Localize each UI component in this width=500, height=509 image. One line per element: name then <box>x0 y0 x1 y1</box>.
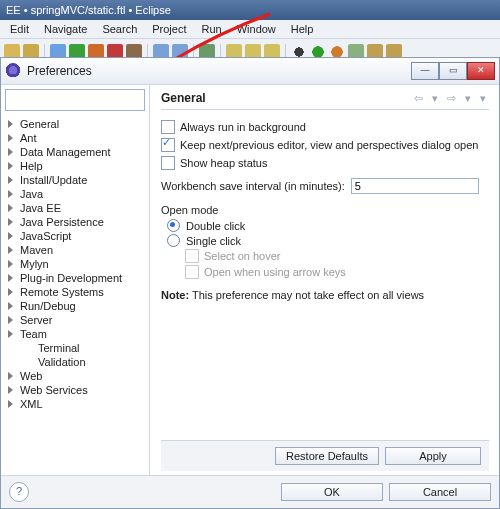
expand-icon[interactable] <box>25 358 34 367</box>
expand-icon[interactable] <box>7 274 16 283</box>
tree-item-label: Plug-in Development <box>20 272 122 284</box>
expand-icon[interactable] <box>7 218 16 227</box>
hover-label: Select on hover <box>204 250 280 262</box>
tree-item-run-debug[interactable]: Run/Debug <box>1 299 149 313</box>
apply-button[interactable]: Apply <box>385 447 481 465</box>
dialog-title: Preferences <box>27 64 92 78</box>
expand-icon[interactable] <box>7 288 16 297</box>
filter-input[interactable] <box>5 89 145 111</box>
expand-icon[interactable] <box>7 372 16 381</box>
menu-run[interactable]: Run <box>196 22 228 36</box>
menubar: EditNavigateSearchProjectRunWindowHelp <box>0 20 500 39</box>
tree-item-label: Team <box>20 328 47 340</box>
menu-help[interactable]: Help <box>285 22 320 36</box>
checkbox-icon[interactable] <box>161 138 175 152</box>
single-click-row[interactable]: Single click <box>167 234 489 247</box>
sidebar: GeneralAntData ManagementHelpInstall/Upd… <box>1 85 150 475</box>
preferences-dialog: Preferences — ▭ ✕ GeneralAntData Managem… <box>0 57 500 509</box>
tree-item-mylyn[interactable]: Mylyn <box>1 257 149 271</box>
tree-item-label: Ant <box>20 132 37 144</box>
restore-defaults-button[interactable]: Restore Defaults <box>275 447 379 465</box>
expand-icon[interactable] <box>7 134 16 143</box>
tree-item-team[interactable]: Team <box>1 327 149 341</box>
menu-edit[interactable]: Edit <box>4 22 35 36</box>
tree-item-java-persistence[interactable]: Java Persistence <box>1 215 149 229</box>
radio-icon[interactable] <box>167 219 180 232</box>
expand-icon[interactable] <box>7 302 16 311</box>
close-button[interactable]: ✕ <box>467 62 495 80</box>
tree-item-javascript[interactable]: JavaScript <box>1 229 149 243</box>
always-bg-row[interactable]: Always run in background <box>161 120 489 134</box>
expand-icon[interactable] <box>25 344 34 353</box>
tree-item-data-management[interactable]: Data Management <box>1 145 149 159</box>
keep-editor-row[interactable]: Keep next/previous editor, view and pers… <box>161 138 489 152</box>
menu-window[interactable]: Window <box>231 22 282 36</box>
tree-item-label: Web Services <box>20 384 88 396</box>
tree-item-plug-in-development[interactable]: Plug-in Development <box>1 271 149 285</box>
expand-icon[interactable] <box>7 176 16 185</box>
keep-editor-label: Keep next/previous editor, view and pers… <box>180 139 478 151</box>
expand-icon[interactable] <box>7 400 16 409</box>
tree-item-validation[interactable]: Validation <box>1 355 149 369</box>
dialog-titlebar: Preferences — ▭ ✕ <box>1 58 499 85</box>
single-click-label: Single click <box>186 235 241 247</box>
tree-item-server[interactable]: Server <box>1 313 149 327</box>
expand-icon[interactable] <box>7 204 16 213</box>
menu-search[interactable]: Search <box>96 22 143 36</box>
tree-item-label: Java EE <box>20 202 61 214</box>
checkbox-icon <box>185 249 199 263</box>
tree-item-java-ee[interactable]: Java EE <box>1 201 149 215</box>
tree-item-label: Install/Update <box>20 174 87 186</box>
tree-item-label: Terminal <box>38 342 80 354</box>
expand-icon[interactable] <box>7 148 16 157</box>
heap-row[interactable]: Show heap status <box>161 156 489 170</box>
maximize-button[interactable]: ▭ <box>439 62 467 80</box>
tree-item-label: Validation <box>38 356 86 368</box>
tree-item-help[interactable]: Help <box>1 159 149 173</box>
expand-icon[interactable] <box>7 316 16 325</box>
tree-item-label: Mylyn <box>20 258 49 270</box>
expand-icon[interactable] <box>7 386 16 395</box>
expand-icon[interactable] <box>7 330 16 339</box>
tree-item-java[interactable]: Java <box>1 187 149 201</box>
expand-icon[interactable] <box>7 190 16 199</box>
open-mode-legend: Open mode <box>161 204 489 216</box>
tree-item-web[interactable]: Web <box>1 369 149 383</box>
cancel-button[interactable]: Cancel <box>389 483 491 501</box>
ok-button[interactable]: OK <box>281 483 383 501</box>
expand-icon[interactable] <box>7 260 16 269</box>
content-panel: General ⇦ ▾ ⇨ ▾ ▾ Always run in backgrou… <box>150 85 499 475</box>
help-button[interactable]: ? <box>9 482 29 502</box>
tree-item-remote-systems[interactable]: Remote Systems <box>1 285 149 299</box>
expand-icon[interactable] <box>7 162 16 171</box>
tree-item-maven[interactable]: Maven <box>1 243 149 257</box>
checkbox-icon[interactable] <box>161 156 175 170</box>
tree-item-general[interactable]: General <box>1 117 149 131</box>
menu-project[interactable]: Project <box>146 22 192 36</box>
tree-item-label: JavaScript <box>20 230 71 242</box>
tree-item-xml[interactable]: XML <box>1 397 149 411</box>
preference-tree: GeneralAntData ManagementHelpInstall/Upd… <box>1 115 149 475</box>
interval-input[interactable] <box>351 178 479 194</box>
note-text: This preference may not take effect on a… <box>189 289 424 301</box>
interval-label: Workbench save interval (in minutes): <box>161 180 345 192</box>
expand-icon[interactable] <box>7 246 16 255</box>
tree-item-label: General <box>20 118 59 130</box>
tree-item-label: XML <box>20 398 43 410</box>
radio-icon[interactable] <box>167 234 180 247</box>
tree-item-label: Remote Systems <box>20 286 104 298</box>
note-label: Note: <box>161 289 189 301</box>
tree-item-install-update[interactable]: Install/Update <box>1 173 149 187</box>
menu-navigate[interactable]: Navigate <box>38 22 93 36</box>
minimize-button[interactable]: — <box>411 62 439 80</box>
heap-label: Show heap status <box>180 157 267 169</box>
tree-item-ant[interactable]: Ant <box>1 131 149 145</box>
expand-icon[interactable] <box>7 120 16 129</box>
note: Note: This preference may not take effec… <box>161 289 489 301</box>
checkbox-icon[interactable] <box>161 120 175 134</box>
expand-icon[interactable] <box>7 232 16 241</box>
tree-item-terminal[interactable]: Terminal <box>1 341 149 355</box>
tree-item-web-services[interactable]: Web Services <box>1 383 149 397</box>
nav-icons[interactable]: ⇦ ▾ ⇨ ▾ ▾ <box>414 92 489 105</box>
double-click-row[interactable]: Double click <box>167 219 489 232</box>
